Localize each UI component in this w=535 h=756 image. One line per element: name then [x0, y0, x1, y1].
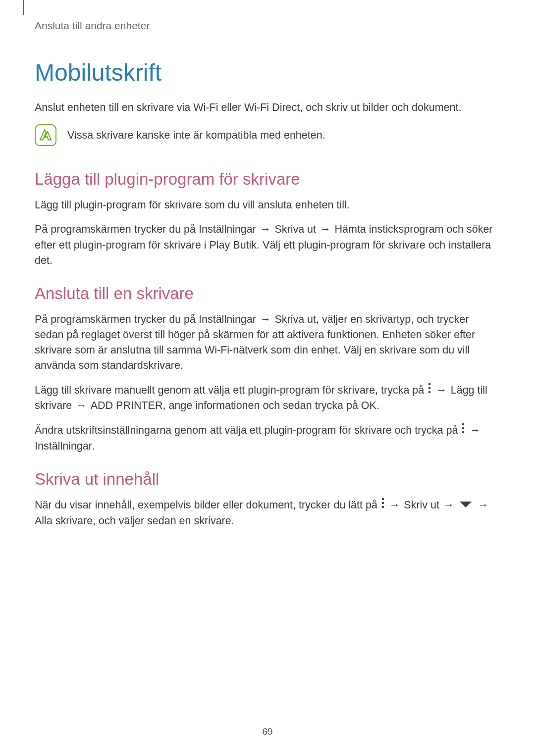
text-run: På programskärmen trycker du på: [35, 313, 199, 325]
section2-p1: På programskärmen trycker du på Inställn…: [35, 312, 500, 374]
page-title: Mobilutskrift: [35, 59, 500, 86]
text-run: .: [376, 400, 379, 411]
note-text: Vissa skrivare kanske inte är kompatibla…: [67, 129, 325, 142]
breadcrumb: Ansluta till andra enheter: [35, 20, 500, 32]
ui-label: Inställningar: [199, 223, 256, 235]
section1-p2: På programskärmen trycker du på Inställn…: [35, 222, 500, 268]
arrow-glyph: →: [433, 384, 449, 396]
intro-paragraph: Anslut enheten till en skrivare via Wi-F…: [35, 100, 500, 115]
section2-p2: Lägg till skrivare manuellt genom att vä…: [35, 383, 500, 414]
section-title-add-plugin: Lägga till plugin-program för skrivare: [35, 170, 500, 189]
more-options-icon: [428, 383, 431, 398]
ui-label: ADD PRINTER: [91, 400, 163, 411]
svg-point-0: [428, 383, 431, 386]
section-title-print-content: Skriva ut innehåll: [35, 470, 500, 489]
ui-label: Skriv ut: [404, 499, 439, 511]
arrow-glyph: →: [73, 400, 89, 411]
more-options-icon: [381, 498, 384, 513]
arrow-glyph: →: [317, 223, 333, 235]
arrow-glyph: →: [257, 223, 273, 235]
arrow-glyph: →: [257, 313, 273, 325]
note-block: Vissa skrivare kanske inte är kompatibla…: [35, 124, 500, 146]
svg-point-6: [382, 498, 384, 501]
section2-p3: Ändra utskriftsinställningarna genom att…: [35, 423, 500, 454]
svg-point-3: [462, 423, 465, 426]
arrow-glyph: →: [467, 424, 480, 436]
section-title-connect-printer: Ansluta till en skrivare: [35, 284, 500, 303]
ui-label: Skriva ut: [274, 223, 316, 235]
text-run: , och väljer sedan en skrivare.: [93, 515, 234, 527]
text-run: När du visar innehåll, exempelvis bilder…: [35, 499, 380, 511]
ui-label: Alla skrivare: [35, 515, 93, 527]
text-run: Lägg till skrivare manuellt genom att vä…: [35, 384, 427, 396]
document-page: Ansluta till andra enheter Mobilutskrift…: [0, 0, 535, 756]
svg-point-8: [382, 506, 384, 508]
ui-label: Skriva ut: [274, 313, 316, 325]
text-run: På programskärmen trycker du på: [35, 223, 199, 235]
arrow-glyph: →: [386, 499, 403, 511]
text-run: Ändra utskriftsinställningarna genom att…: [35, 424, 461, 436]
svg-point-4: [462, 427, 465, 430]
svg-point-7: [382, 502, 384, 504]
page-number: 69: [0, 726, 535, 737]
svg-point-2: [428, 391, 431, 394]
arrow-glyph: →: [440, 499, 457, 511]
section1-p1: Lägg till plugin-program för skrivare so…: [35, 198, 500, 213]
ui-label: Inställningar: [35, 440, 92, 452]
svg-point-1: [428, 387, 431, 390]
arrow-glyph: →: [475, 499, 488, 511]
more-options-icon: [462, 423, 465, 438]
ui-label: Inställningar: [199, 313, 256, 325]
ui-label: OK: [361, 400, 376, 411]
dropdown-icon: [459, 498, 473, 513]
text-run: .: [92, 440, 95, 452]
svg-marker-9: [460, 502, 472, 507]
svg-point-5: [462, 431, 465, 434]
note-icon: [35, 124, 56, 146]
text-run: , ange informationen och sedan trycka på: [162, 400, 361, 411]
section3-p1: När du visar innehåll, exempelvis bilder…: [35, 498, 500, 529]
ui-label: Hämta insticksprogram: [334, 223, 443, 235]
ui-label: Play Butik: [210, 239, 257, 251]
margin-line-decoration: [23, 0, 24, 15]
